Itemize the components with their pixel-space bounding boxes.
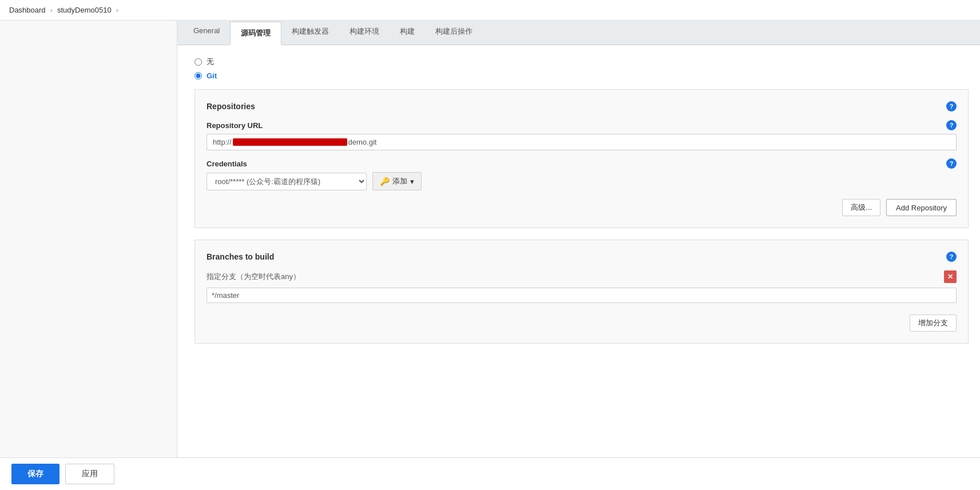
breadcrumb-home[interactable]: Dashboard bbox=[9, 6, 46, 14]
advanced-button[interactable]: 高级... bbox=[842, 199, 880, 216]
repositories-help-icon[interactable]: ? bbox=[946, 101, 957, 111]
repositories-title-text: Repositories bbox=[207, 102, 255, 111]
branches-title-text: Branches to build bbox=[207, 252, 274, 261]
add-credentials-button[interactable]: 🔑 添加 ▾ bbox=[372, 172, 422, 190]
radio-git-label: Git bbox=[207, 71, 217, 80]
credentials-label-row: Credentials ? bbox=[207, 158, 957, 169]
repo-url-label: Repository URL bbox=[207, 121, 263, 130]
add-branch-button[interactable]: 增加分支 bbox=[910, 314, 957, 332]
radio-git[interactable]: Git bbox=[195, 71, 969, 80]
repo-url-label-row: Repository URL ? bbox=[207, 120, 957, 130]
save-button[interactable]: 保存 bbox=[11, 464, 59, 484]
key-icon: 🔑 bbox=[380, 177, 390, 186]
tab-env[interactable]: 构建环境 bbox=[339, 21, 390, 45]
breadcrumb: Dashboard › studyDemo0510 › bbox=[0, 0, 980, 21]
branch-input[interactable] bbox=[207, 288, 957, 303]
repo-url-input-wrapper: http:// demo.git bbox=[207, 134, 957, 150]
repo-url-group: Repository URL ? http:// demo.git bbox=[207, 120, 957, 150]
repo-url-help-icon[interactable]: ? bbox=[946, 120, 957, 130]
branches-help-icon[interactable]: ? bbox=[946, 252, 957, 262]
breadcrumb-project[interactable]: studyDemo0510 bbox=[57, 6, 112, 14]
form-content: 无 Git Repositories ? Repository URL ? bbox=[177, 45, 980, 355]
content-area: General 源码管理 构建触发器 构建环境 构建 构建后操作 无 Git bbox=[177, 21, 980, 488]
repo-url-input[interactable] bbox=[207, 134, 957, 150]
radio-none[interactable]: 无 bbox=[195, 57, 969, 67]
bottom-bar: 保存 应用 bbox=[0, 457, 980, 488]
breadcrumb-sep2: › bbox=[116, 6, 118, 14]
credentials-group: Credentials ? root/***** (公众号:霸道的程序猿) 🔑 … bbox=[207, 158, 957, 190]
tab-source[interactable]: 源码管理 bbox=[230, 22, 281, 45]
apply-button[interactable]: 应用 bbox=[65, 464, 114, 484]
branch-row: 指定分支（为空时代表any） ✕ bbox=[207, 270, 957, 283]
branches-action: 增加分支 bbox=[207, 314, 957, 332]
radio-none-input[interactable] bbox=[195, 58, 202, 66]
add-repository-button[interactable]: Add Repository bbox=[886, 199, 957, 216]
credentials-help-icon[interactable]: ? bbox=[946, 158, 957, 169]
radio-git-input[interactable] bbox=[195, 72, 202, 79]
branch-label: 指定分支（为空时代表any） bbox=[207, 272, 300, 282]
sidebar bbox=[0, 21, 177, 488]
credentials-row: root/***** (公众号:霸道的程序猿) 🔑 添加 ▾ bbox=[207, 172, 957, 190]
tabs-bar: General 源码管理 构建触发器 构建环境 构建 构建后操作 bbox=[177, 21, 980, 45]
branches-title-row: Branches to build ? bbox=[207, 252, 957, 262]
radio-none-label: 无 bbox=[207, 57, 214, 67]
delete-branch-button[interactable]: ✕ bbox=[944, 270, 957, 283]
dropdown-chevron-icon: ▾ bbox=[410, 177, 414, 186]
scm-radio-group: 无 Git bbox=[195, 57, 969, 80]
repositories-title: Repositories ? bbox=[207, 101, 957, 111]
repositories-section: Repositories ? Repository URL ? http:// bbox=[195, 89, 969, 228]
repo-action-buttons: 高级... Add Repository bbox=[207, 199, 957, 216]
tab-build[interactable]: 构建 bbox=[390, 21, 425, 45]
add-credentials-label: 添加 bbox=[392, 176, 407, 186]
credentials-label: Credentials bbox=[207, 160, 247, 168]
breadcrumb-sep1: › bbox=[50, 6, 53, 14]
branches-section: Branches to build ? 指定分支（为空时代表any） ✕ 增加分… bbox=[195, 240, 969, 344]
credentials-select[interactable]: root/***** (公众号:霸道的程序猿) bbox=[207, 173, 367, 190]
tab-general[interactable]: General bbox=[183, 21, 230, 45]
tab-trigger[interactable]: 构建触发器 bbox=[281, 21, 339, 45]
tab-post[interactable]: 构建后操作 bbox=[425, 21, 483, 45]
